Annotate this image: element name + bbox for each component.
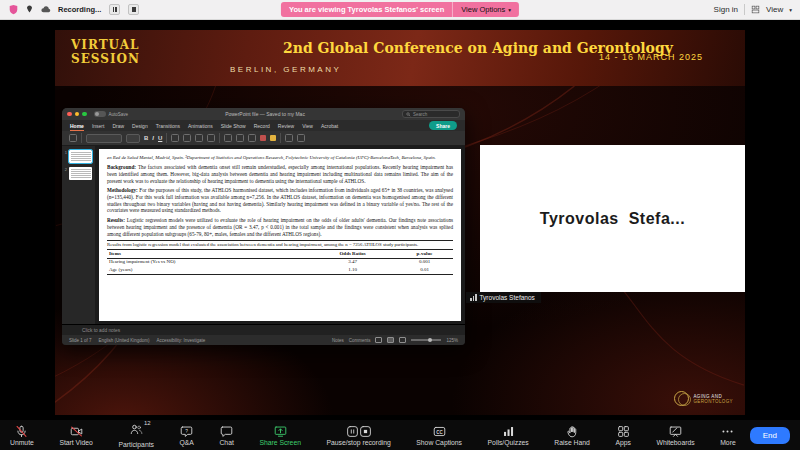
language-indicator[interactable]: English (United Kingdom) [99, 338, 150, 343]
italic-icon[interactable]: I [152, 135, 154, 141]
notes-placeholder: Click to add notes [82, 328, 120, 333]
autosave-toggle[interactable] [94, 111, 106, 117]
participants-icon [130, 423, 143, 436]
font-size-dropdown[interactable] [126, 134, 140, 143]
chat-label: Chat [219, 439, 233, 446]
underline-icon[interactable]: U [158, 135, 162, 141]
accessibility-indicator[interactable]: Accessibility: Investigate [157, 338, 206, 343]
bullets-icon[interactable] [171, 134, 179, 142]
show-captions-label: Show Captions [416, 439, 462, 446]
meeting-stage: VIRTUAL SESSION 2nd Global Conference on… [0, 20, 800, 420]
viewing-screen-text: You are viewing Tyrovolas Stefanos' scre… [281, 5, 452, 14]
quick-styles-icon[interactable] [248, 134, 256, 142]
slide-counter: Slide 1 of 7 [69, 338, 92, 343]
table-row: Age (years) 1.10 0.01 [107, 266, 453, 274]
whiteboards-button[interactable]: Whiteboards [656, 425, 694, 446]
recording-status-label: Recording... [58, 5, 101, 14]
raise-hand-button[interactable]: Raise Hand [554, 425, 590, 446]
bold-icon[interactable]: B [144, 135, 148, 141]
divider [280, 133, 281, 143]
zoom-slider[interactable] [411, 339, 441, 341]
camera-muted-icon [70, 425, 83, 438]
normal-view-icon[interactable] [375, 337, 382, 343]
start-video-button[interactable]: Start Video [59, 425, 93, 446]
table-header: Items [107, 250, 309, 259]
divider [219, 133, 220, 143]
more-button[interactable]: More [720, 425, 736, 446]
align-center-icon[interactable] [207, 134, 215, 142]
divider [744, 4, 745, 15]
font-name-dropdown[interactable] [86, 134, 122, 143]
fullscreen-window-button[interactable] [82, 112, 87, 117]
ppt-body: 1 2 en Red de Salud Mental, Madrid, Spai… [62, 146, 465, 324]
ppt-tab-review[interactable]: Review [278, 123, 294, 129]
pause-recording-button[interactable] [109, 4, 120, 15]
ppt-tab-animations[interactable]: Animations [188, 123, 213, 129]
unmute-button[interactable]: Unmute [10, 425, 34, 446]
slide-canvas[interactable]: en Red de Salud Mental, Madrid, Spain. ³… [99, 149, 461, 321]
slide-background-paragraph: Background: The factors associated with … [107, 164, 453, 185]
qa-button[interactable]: ? Q&A [180, 425, 194, 446]
ppt-tab-view[interactable]: View [302, 123, 313, 129]
shield-icon[interactable] [8, 4, 19, 15]
share-screen-button[interactable]: Share Screen [259, 425, 301, 446]
ppt-window-title: PowerPoint file — Saved to my Mac [131, 111, 399, 117]
polls-quizzes-label: Polls/Quizzes [488, 439, 529, 446]
align-left-icon[interactable] [195, 134, 203, 142]
participants-button[interactable]: 12 Participants [118, 422, 154, 448]
slideshow-view-icon[interactable] [399, 337, 406, 343]
ppt-tab-draw[interactable]: Draw [112, 123, 124, 129]
speaker-video-tile[interactable]: Tyrovolas Stefa... [480, 145, 745, 292]
table-header: Odds Ratios [309, 250, 396, 259]
ppt-search-field[interactable]: Search [402, 110, 460, 118]
conference-location: BERLIN, GERMANY [230, 65, 341, 74]
close-window-button[interactable] [67, 112, 72, 117]
view-options-button[interactable]: View Options ▾ [452, 2, 519, 17]
ppt-tab-insert[interactable]: Insert [92, 123, 105, 129]
slide-sorter-view-icon[interactable] [387, 337, 394, 343]
pause-stop-recording-button[interactable]: Pause/stop recording [327, 425, 391, 446]
dictate-icon[interactable] [297, 134, 305, 142]
ppt-tab-home[interactable]: Home [70, 123, 84, 129]
comments-toggle-button[interactable]: Comments [349, 338, 371, 343]
design-ideas-icon[interactable] [285, 134, 293, 142]
topbar-right-group: Sign in View ▾ [714, 4, 792, 15]
participants-count-badge: 12 [144, 420, 151, 426]
notes-toggle-button[interactable]: Notes [332, 338, 344, 343]
raised-hand-icon [566, 425, 579, 438]
paste-icon[interactable] [69, 134, 77, 142]
divider [166, 133, 167, 143]
chevron-down-icon: ▾ [508, 7, 511, 13]
end-meeting-button[interactable]: End [750, 427, 790, 444]
shapes-icon[interactable] [224, 134, 232, 142]
slide-thumbnail-2[interactable] [69, 167, 92, 180]
autosave-label: AutoSave [109, 112, 129, 117]
ppt-tab-record[interactable]: Record [254, 123, 270, 129]
stop-recording-button[interactable] [128, 4, 139, 15]
audio-level-icon [470, 294, 477, 301]
font-color-icon[interactable] [270, 135, 276, 141]
apps-button[interactable]: Apps [615, 425, 631, 446]
arrange-icon[interactable] [236, 134, 244, 142]
ppt-tab-acrobat[interactable]: Acrobat [321, 123, 338, 129]
slide-thumbnail-1[interactable] [69, 150, 92, 163]
view-button[interactable]: View [766, 5, 783, 14]
closed-captions-icon: CC [433, 425, 446, 438]
ppt-share-button[interactable]: Share [429, 121, 457, 130]
meeting-topbar: Recording... You are viewing Tyrovolas S… [0, 0, 800, 20]
pin-icon[interactable] [24, 4, 35, 15]
table-cell: Age (years) [107, 266, 309, 274]
notes-pane[interactable]: Click to add notes [62, 324, 465, 335]
minimize-window-button[interactable] [75, 112, 80, 117]
shape-fill-color-icon[interactable] [260, 135, 266, 141]
table-cell: 3.47 [309, 258, 396, 266]
zoom-level[interactable]: 125% [446, 338, 458, 343]
numbering-icon[interactable] [183, 134, 191, 142]
sign-in-button[interactable]: Sign in [714, 5, 738, 14]
ppt-tab-slideshow[interactable]: Slide Show [221, 123, 246, 129]
chat-button[interactable]: Chat [219, 425, 233, 446]
ppt-tab-design[interactable]: Design [132, 123, 148, 129]
show-captions-button[interactable]: CC Show Captions [416, 425, 462, 446]
ppt-tab-transitions[interactable]: Transitions [156, 123, 180, 129]
polls-quizzes-button[interactable]: Polls/Quizzes [488, 425, 529, 446]
